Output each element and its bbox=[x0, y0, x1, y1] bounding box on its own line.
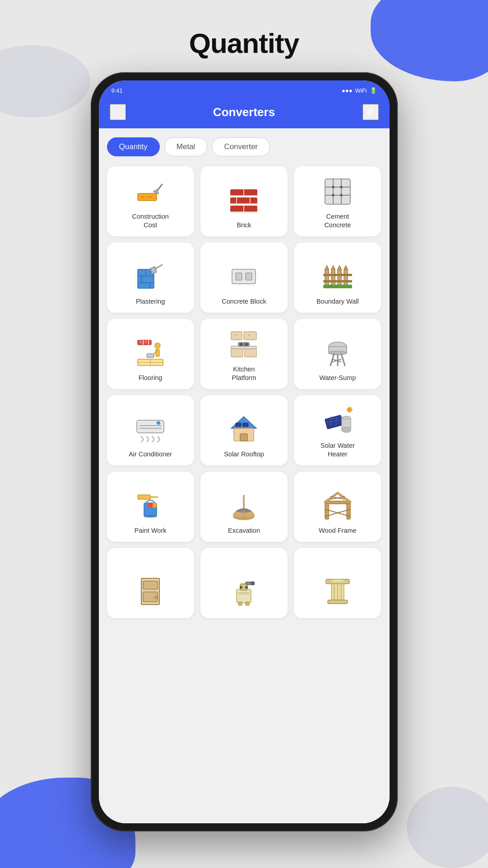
wifi-icon: WiFi bbox=[355, 87, 367, 94]
svg-rect-82 bbox=[240, 434, 247, 441]
grid-item-construction-cost[interactable]: ConstructionCost bbox=[107, 166, 194, 236]
svg-line-98 bbox=[350, 407, 352, 408]
status-time: 9:41 bbox=[112, 87, 123, 94]
svg-point-67 bbox=[245, 343, 248, 346]
tab-metal[interactable]: Metal bbox=[164, 137, 208, 156]
status-bar: 9:41 ●●● WiFi 🔋 bbox=[99, 80, 390, 100]
svg-rect-103 bbox=[144, 503, 148, 507]
svg-marker-39 bbox=[325, 266, 329, 269]
grid-item-flooring[interactable]: Flooring bbox=[107, 319, 194, 389]
grid-item-air-conditioner[interactable]: Air Conditioner bbox=[107, 395, 194, 465]
grid: ConstructionCost bbox=[107, 166, 381, 618]
door-icon bbox=[134, 575, 167, 607]
grid-item-brick[interactable]: Brick bbox=[200, 166, 288, 236]
svg-rect-38 bbox=[344, 269, 348, 286]
svg-point-94 bbox=[342, 427, 351, 432]
svg-rect-142 bbox=[328, 600, 348, 604]
plastering-label: Plastering bbox=[136, 297, 165, 306]
grid-item-excavation[interactable]: Excavation bbox=[200, 472, 288, 542]
grid-item-concrete-block[interactable]: Concrete Block bbox=[200, 243, 288, 313]
phone-frame: 9:41 ●●● WiFi 🔋 ‹ Converters ⚙ Quantity bbox=[91, 72, 398, 831]
svg-marker-41 bbox=[338, 266, 341, 269]
grid-item-wood-frame[interactable]: Wood Frame bbox=[294, 472, 381, 542]
svg-point-112 bbox=[243, 511, 245, 513]
back-button[interactable]: ‹ bbox=[110, 104, 126, 120]
paint-work-icon bbox=[134, 489, 167, 522]
svg-point-22 bbox=[332, 194, 335, 197]
flooring-icon bbox=[134, 337, 167, 369]
svg-point-110 bbox=[234, 511, 237, 514]
tab-quantity[interactable]: Quantity bbox=[107, 137, 160, 156]
grid-item-column[interactable] bbox=[294, 548, 381, 618]
plastering-icon bbox=[134, 260, 167, 293]
nav-title: Converters bbox=[213, 105, 275, 119]
svg-rect-64 bbox=[245, 349, 256, 357]
svg-rect-123 bbox=[143, 581, 158, 589]
svg-line-72 bbox=[341, 354, 345, 366]
svg-rect-15 bbox=[325, 179, 350, 204]
settings-button[interactable]: ⚙ bbox=[363, 104, 379, 120]
svg-point-21 bbox=[340, 186, 343, 188]
svg-rect-62 bbox=[231, 346, 256, 349]
back-icon: ‹ bbox=[116, 106, 119, 118]
bg-blob-bottom-right bbox=[407, 787, 488, 868]
svg-rect-105 bbox=[153, 503, 157, 507]
grid-item-plastering[interactable]: Plastering bbox=[107, 243, 194, 313]
grid-item-solar-water-heater[interactable]: Solar WaterHeater bbox=[294, 395, 381, 465]
column-icon bbox=[321, 575, 354, 607]
pump-icon bbox=[228, 575, 260, 607]
svg-point-20 bbox=[332, 186, 335, 188]
boundary-wall-icon bbox=[321, 260, 354, 293]
wood-frame-icon bbox=[321, 489, 354, 522]
nav-bar: ‹ Converters ⚙ bbox=[99, 100, 390, 128]
concrete-block-icon bbox=[228, 260, 260, 293]
svg-rect-101 bbox=[138, 495, 150, 499]
svg-marker-42 bbox=[344, 266, 348, 269]
svg-point-136 bbox=[245, 586, 248, 589]
brick-label: Brick bbox=[237, 221, 251, 230]
svg-rect-115 bbox=[325, 501, 350, 504]
svg-point-79 bbox=[157, 421, 160, 425]
excavation-label: Excavation bbox=[228, 526, 260, 535]
svg-point-131 bbox=[251, 582, 255, 585]
air-conditioner-label: Air Conditioner bbox=[129, 450, 172, 459]
phone-screen: 9:41 ●●● WiFi 🔋 ‹ Converters ⚙ Quantity bbox=[99, 80, 390, 823]
svg-point-143 bbox=[330, 579, 346, 583]
grid-item-cement-concrete[interactable]: CementConcrete bbox=[294, 166, 381, 236]
grid-item-kitchen-platform[interactable]: KitchenPlatform bbox=[200, 319, 288, 389]
battery-icon: 🔋 bbox=[370, 87, 377, 94]
svg-rect-45 bbox=[323, 285, 352, 288]
svg-rect-2 bbox=[148, 196, 152, 198]
svg-rect-36 bbox=[331, 269, 335, 286]
construction-cost-label: ConstructionCost bbox=[132, 212, 168, 230]
page-title: Quantity bbox=[0, 27, 488, 59]
concrete-block-label: Concrete Block bbox=[222, 297, 266, 306]
svg-rect-134 bbox=[246, 602, 249, 605]
boundary-wall-label: Boundary Wall bbox=[316, 297, 359, 306]
tab-converter[interactable]: Converter bbox=[212, 137, 270, 156]
grid-item-boundary-wall[interactable]: Boundary Wall bbox=[294, 243, 381, 313]
svg-rect-43 bbox=[323, 274, 352, 276]
grid-item-water-sump[interactable]: Water-Sump bbox=[294, 319, 381, 389]
paint-work-label: Paint Work bbox=[135, 526, 167, 535]
water-sump-label: Water-Sump bbox=[319, 374, 356, 383]
solar-rooftop-label: Solar Rooftop bbox=[224, 450, 264, 459]
svg-rect-44 bbox=[323, 280, 352, 282]
grid-item-door[interactable] bbox=[107, 548, 194, 618]
air-conditioner-icon bbox=[134, 413, 167, 446]
kitchen-platform-icon bbox=[228, 328, 260, 361]
water-sump-icon bbox=[321, 337, 354, 369]
grid-item-pump[interactable] bbox=[200, 548, 288, 618]
svg-point-51 bbox=[155, 343, 160, 348]
grid-item-solar-rooftop[interactable]: Solar Rooftop bbox=[200, 395, 288, 465]
svg-point-100 bbox=[144, 515, 157, 518]
svg-point-135 bbox=[240, 586, 242, 589]
grid-item-paint-work[interactable]: Paint Work bbox=[107, 472, 194, 542]
svg-rect-132 bbox=[238, 592, 249, 595]
cement-concrete-label: CementConcrete bbox=[324, 212, 351, 230]
gear-icon: ⚙ bbox=[366, 106, 375, 118]
svg-point-23 bbox=[340, 194, 343, 197]
svg-rect-52 bbox=[156, 349, 159, 357]
svg-rect-46 bbox=[138, 340, 151, 345]
content-area: Quantity Metal Converter bbox=[99, 128, 390, 823]
